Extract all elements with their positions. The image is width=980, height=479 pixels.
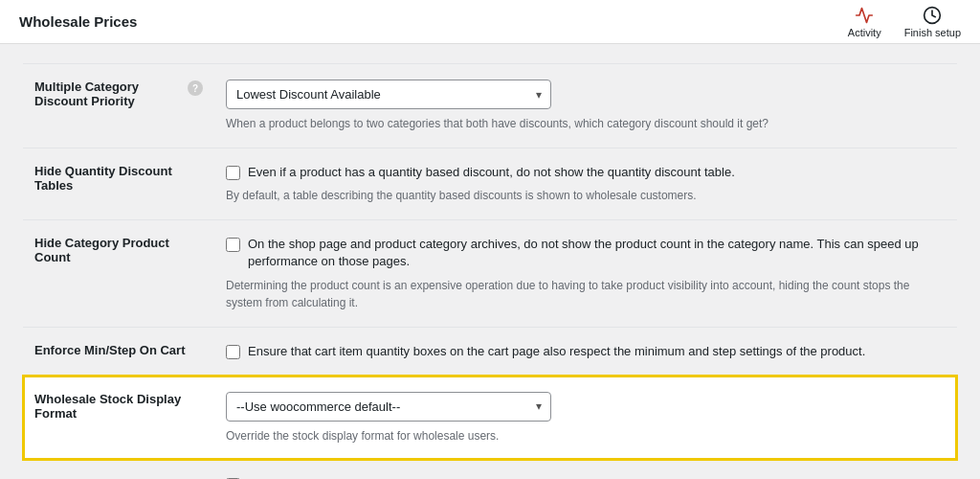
setting-label-wholesale-stock-display-format: Wholesale Stock Display Format (23, 376, 214, 460)
select-wholesale-stock-display-format[interactable]: --Use woocommerce default--Always show q… (226, 392, 551, 422)
setting-label-allow-add-to-cart-below-minimum: Allow Add To Cart Below Product Minimum (23, 460, 214, 479)
description-multiple-category-discount-priority: When a product belongs to two categories… (226, 115, 946, 132)
checkbox-hide-quantity-discount-tables[interactable] (226, 166, 240, 180)
settings-row-wholesale-stock-display-format: Wholesale Stock Display Format--Use wooc… (23, 376, 957, 460)
activity-label: Activity (848, 27, 881, 38)
setting-label-hide-category-product-count: Hide Category Product Count (23, 220, 214, 327)
select-multiple-category-discount-priority[interactable]: Lowest Discount AvailableHighest Discoun… (226, 80, 551, 109)
header-left: Wholesale Prices (19, 13, 137, 30)
finish-setup-label: Finish setup (904, 27, 961, 38)
settings-row-enforce-min-step-on-cart: Enforce Min/Step On CartEnsure that cart… (23, 327, 957, 376)
header: Wholesale Prices Activity Finish setup (0, 0, 980, 44)
settings-row-hide-quantity-discount-tables: Hide Quantity Discount TablesEven if a p… (23, 148, 957, 220)
field-cell-hide-category-product-count: On the shop page and product category ar… (214, 220, 957, 327)
checkbox-label-hide-quantity-discount-tables: Even if a product has a quantity based d… (248, 164, 735, 181)
checkbox-row-hide-quantity-discount-tables: Even if a product has a quantity based d… (226, 164, 946, 181)
help-icon-multiple-category-discount-priority[interactable]: ? (188, 80, 203, 96)
field-cell-wholesale-stock-display-format: --Use woocommerce default--Always show q… (214, 376, 957, 460)
field-cell-multiple-category-discount-priority: Lowest Discount AvailableHighest Discoun… (214, 64, 957, 148)
checkbox-label-hide-category-product-count: On the shop page and product category ar… (248, 236, 946, 270)
page-title: Wholesale Prices (19, 13, 137, 30)
field-cell-hide-quantity-discount-tables: Even if a product has a quantity based d… (214, 148, 957, 220)
activity-icon (855, 6, 874, 25)
setting-label-multiple-category-discount-priority: Multiple Category Discount Priority (34, 80, 184, 108)
settings-row-allow-add-to-cart-below-minimum: Allow Add To Cart Below Product MinimumL… (23, 460, 957, 479)
setting-label-hide-quantity-discount-tables: Hide Quantity Discount Tables (23, 148, 214, 220)
description-hide-quantity-discount-tables: By default, a table describing the quant… (226, 187, 946, 204)
activity-button[interactable]: Activity (848, 6, 881, 38)
checkbox-row-enforce-min-step-on-cart: Ensure that cart item quantity boxes on … (226, 343, 946, 360)
checkbox-label-enforce-min-step-on-cart: Ensure that cart item quantity boxes on … (248, 343, 865, 360)
settings-table: Multiple Category Discount Priority?Lowe… (23, 63, 957, 479)
label-cell-multiple-category-discount-priority: Multiple Category Discount Priority? (23, 64, 214, 148)
select-wrapper-multiple-category-discount-priority: Lowest Discount AvailableHighest Discoun… (226, 80, 551, 109)
field-cell-allow-add-to-cart-below-minimum: Lets customers add quantity lower than t… (214, 460, 957, 479)
checkbox-enforce-min-step-on-cart[interactable] (226, 345, 240, 359)
settings-content: Multiple Category Discount Priority?Lowe… (0, 44, 980, 479)
finish-setup-icon (923, 6, 942, 25)
setting-label-enforce-min-step-on-cart: Enforce Min/Step On Cart (23, 327, 214, 376)
checkbox-hide-category-product-count[interactable] (226, 238, 240, 252)
settings-row-hide-category-product-count: Hide Category Product CountOn the shop p… (23, 220, 957, 327)
select-wrapper-wholesale-stock-display-format: --Use woocommerce default--Always show q… (226, 392, 551, 422)
description-wholesale-stock-display-format: Override the stock display format for wh… (226, 427, 946, 445)
header-right: Activity Finish setup (848, 6, 961, 38)
finish-setup-button[interactable]: Finish setup (904, 6, 961, 38)
settings-row-multiple-category-discount-priority: Multiple Category Discount Priority?Lowe… (23, 64, 957, 148)
description-hide-category-product-count: Determining the product count is an expe… (226, 277, 946, 311)
checkbox-row-hide-category-product-count: On the shop page and product category ar… (226, 236, 946, 270)
field-cell-enforce-min-step-on-cart: Ensure that cart item quantity boxes on … (214, 327, 957, 376)
